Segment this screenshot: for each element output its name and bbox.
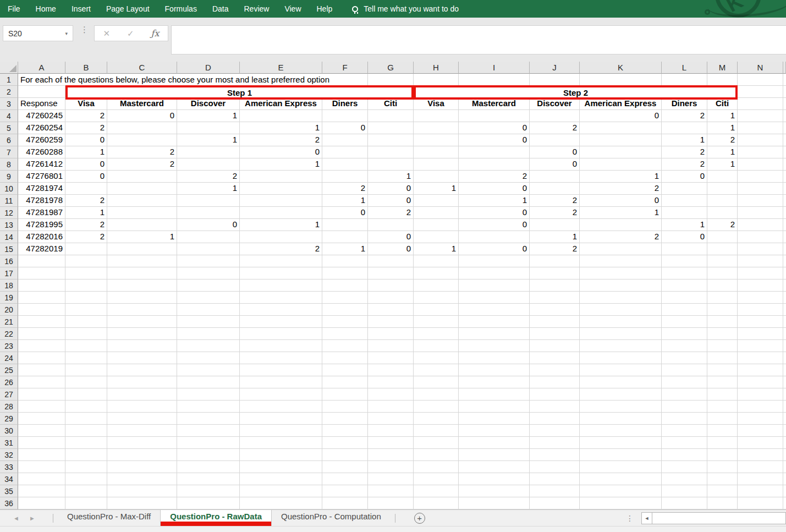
cell[interactable] [783,485,786,497]
cell[interactable] [459,401,530,413]
cell[interactable] [322,485,368,497]
cell[interactable] [240,376,322,388]
value-cell[interactable] [177,207,240,219]
cell[interactable] [322,425,368,437]
cell[interactable] [738,425,783,437]
column-header-L[interactable]: L [662,62,707,74]
value-cell[interactable] [414,158,459,171]
cell[interactable] [240,304,322,316]
cell[interactable] [707,473,738,485]
cell[interactable] [368,267,414,279]
cell[interactable] [783,146,786,158]
column-header-N[interactable]: N [738,62,783,74]
value-cell[interactable]: 0 [368,195,414,207]
cell[interactable] [368,74,414,86]
prev-sheet-icon[interactable]: ◄ [13,515,19,522]
value-cell[interactable]: 1 [240,219,322,231]
cell[interactable] [240,279,322,292]
cell[interactable] [662,364,707,376]
name-box[interactable]: S20 ▾ [3,25,73,41]
cell[interactable] [580,328,662,340]
cell[interactable] [783,134,786,146]
value-cell[interactable]: 2 [580,183,662,195]
value-cell[interactable] [459,110,530,122]
cell[interactable] [783,449,786,461]
cell[interactable] [322,364,368,376]
cell[interactable] [530,425,580,437]
cell[interactable] [107,485,177,497]
cell[interactable] [783,316,786,328]
cell[interactable] [414,352,459,364]
value-cell[interactable] [662,243,707,255]
menu-item-page-layout[interactable]: Page Layout [98,0,157,18]
value-cell[interactable]: 0 [368,243,414,255]
cell[interactable] [240,267,322,279]
cell[interactable] [459,449,530,461]
cell[interactable] [177,279,240,292]
cell[interactable] [580,473,662,485]
value-cell[interactable]: 0 [368,231,414,243]
cell[interactable] [65,328,107,340]
cell[interactable] [18,461,65,473]
cell[interactable] [783,255,786,267]
value-cell[interactable]: 0 [530,146,580,158]
cell[interactable] [177,473,240,485]
response-id-cell[interactable]: 47261412 [18,158,65,171]
cell[interactable] [107,425,177,437]
value-cell[interactable]: 1 [240,122,322,134]
cell[interactable] [18,449,65,461]
cell[interactable] [738,98,783,110]
cell[interactable] [65,485,107,497]
scrollbar-drag-dots-icon[interactable]: ⋮ [626,514,634,523]
value-cell[interactable] [530,171,580,183]
cell[interactable] [177,437,240,449]
value-cell[interactable]: 2 [65,231,107,243]
cell[interactable] [783,86,786,98]
cell[interactable] [738,352,783,364]
cell[interactable] [414,279,459,292]
cell[interactable] [240,437,322,449]
cell[interactable] [530,304,580,316]
row-header-21[interactable]: 21 [0,316,18,328]
value-cell[interactable]: 2 [65,195,107,207]
cell[interactable] [707,425,738,437]
cell[interactable] [414,74,459,86]
select-all-corner[interactable] [0,62,18,74]
response-id-cell[interactable]: 47282019 [18,243,65,255]
value-cell[interactable] [368,146,414,158]
cell[interactable] [18,425,65,437]
cell[interactable] [783,231,786,243]
value-cell[interactable]: 2 [530,195,580,207]
value-cell[interactable] [322,158,368,171]
column-header-H[interactable]: H [414,62,459,74]
cell[interactable] [707,316,738,328]
cell[interactable] [738,267,783,279]
cell[interactable] [459,352,530,364]
value-cell[interactable]: 2 [580,231,662,243]
response-id-cell[interactable]: 47281987 [18,207,65,219]
cell-A1[interactable]: For each of the questions below, please … [18,74,65,86]
cell[interactable] [459,316,530,328]
value-cell[interactable] [530,219,580,231]
cell[interactable] [18,473,65,485]
value-cell[interactable]: 2 [530,207,580,219]
row-header-22[interactable]: 22 [0,328,18,340]
cell[interactable] [662,340,707,352]
value-cell[interactable]: 0 [459,219,530,231]
row-header-7[interactable]: 7 [0,146,18,158]
cell[interactable] [530,497,580,509]
value-cell[interactable]: 0 [459,183,530,195]
value-cell[interactable] [580,146,662,158]
cell[interactable] [322,255,368,267]
response-id-cell[interactable]: 47260288 [18,146,65,158]
cell[interactable] [580,425,662,437]
cell[interactable] [707,461,738,473]
value-cell[interactable] [177,146,240,158]
cell[interactable] [322,316,368,328]
cell[interactable] [414,425,459,437]
cell[interactable] [177,340,240,352]
row-header-32[interactable]: 32 [0,449,18,461]
cell[interactable] [662,401,707,413]
cell[interactable] [322,267,368,279]
cell[interactable] [738,437,783,449]
